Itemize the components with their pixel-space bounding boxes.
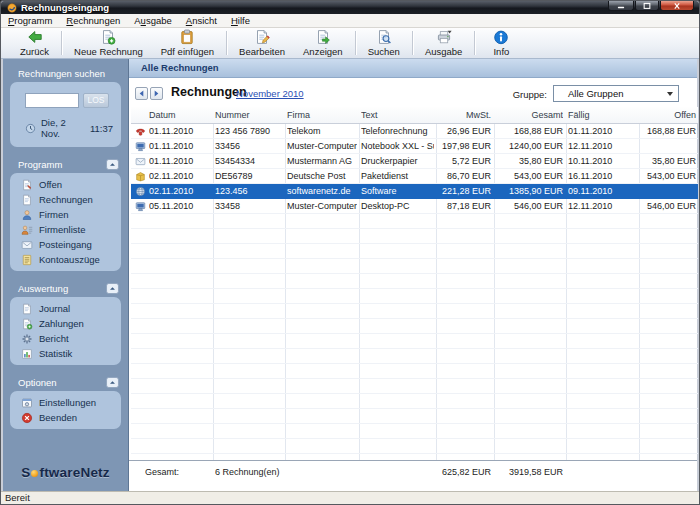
cell-gesamt: 546,00 EUR xyxy=(493,199,563,214)
logo-dot-icon xyxy=(31,470,38,477)
sidebar-item-label: Beenden xyxy=(39,412,77,423)
sidebar-item-label: Statistik xyxy=(39,348,72,359)
search-go-button[interactable]: LOS xyxy=(83,93,109,108)
column-header-text[interactable]: Text xyxy=(361,107,434,122)
empty-row xyxy=(131,259,698,274)
cell-firma: Muster-Computer xyxy=(287,139,357,154)
sidebar-item-firmenliste[interactable]: Firmenliste xyxy=(10,222,121,237)
column-header-mwst[interactable]: MwSt. xyxy=(425,107,491,122)
menu-item-hilfe[interactable]: Hilfe xyxy=(224,14,257,28)
document-icon xyxy=(21,303,33,315)
empty-row xyxy=(131,319,698,334)
column-header-offen[interactable]: Offen xyxy=(628,107,696,122)
sidebar-item-label: Bericht xyxy=(39,333,69,344)
toolbar-button-suchen[interactable]: Suchen xyxy=(359,28,409,58)
datetime-display: Die, 2 Nov. 11:37 xyxy=(25,117,113,139)
cell-faellig: 09.11.2010 xyxy=(568,184,630,199)
table-row[interactable]: 01.11.201053454334Mustermann AGDruckerpa… xyxy=(131,154,698,169)
menu-item-programm[interactable]: Programm xyxy=(1,14,59,28)
maximize-button[interactable] xyxy=(635,1,659,11)
collapse-section-button[interactable] xyxy=(106,283,119,294)
period-link[interactable]: November 2010 xyxy=(236,88,304,99)
computer-icon xyxy=(135,201,148,212)
table-row[interactable]: 01.11.2010123 456 7890TelekomTelefonrech… xyxy=(131,124,698,139)
titlebar: Rechnungseingang xyxy=(1,1,699,14)
window-controls xyxy=(608,1,694,11)
sidebar-item-label: Einstellungen xyxy=(39,397,96,408)
main-area: Alle Rechnungen Rechnungen November 2010… xyxy=(129,59,697,491)
toolbar-button-ausgabe[interactable]: Ausgabe xyxy=(416,28,472,58)
empty-row xyxy=(131,214,698,229)
sidebar-item-einstellungen[interactable]: Einstellungen xyxy=(10,395,121,410)
toolbar-button-anzeigen[interactable]: Anzeigen xyxy=(294,28,352,58)
search-panel: LOS Die, 2 Nov. 11:37 xyxy=(10,82,121,147)
cell-nummer: 33456 xyxy=(215,139,283,154)
minimize-button[interactable] xyxy=(608,1,634,11)
search-section-title: Rechnungen suchen xyxy=(18,68,119,79)
empty-row xyxy=(131,289,698,304)
sidebar-item-zahlungen[interactable]: Zahlungen xyxy=(10,316,121,331)
menu-item-rechnungen[interactable]: Rechnungen xyxy=(59,14,127,28)
empty-row xyxy=(131,394,698,409)
cell-offen xyxy=(628,139,696,154)
next-period-button[interactable] xyxy=(150,87,163,100)
summary-gesamt-total: 3919,58 EUR xyxy=(493,463,563,478)
cell-gesamt: 543,00 EUR xyxy=(493,169,563,184)
close-button[interactable] xyxy=(660,1,694,11)
menu-item-ansicht[interactable]: Ansicht xyxy=(179,14,224,28)
sidebar-item-kontoauszuge[interactable]: Kontoauszüge xyxy=(10,252,121,267)
column-header-gesamt[interactable]: Gesamt xyxy=(493,107,563,122)
toolbar-button-neue-rechnung[interactable]: Neue Rechnung xyxy=(65,28,152,58)
cell-nummer: 53454334 xyxy=(215,154,283,169)
new-document-icon xyxy=(100,29,116,45)
sidebar-item-offen[interactable]: Offen xyxy=(10,177,121,192)
toolbar-button-bearbeiten[interactable]: Bearbeiten xyxy=(230,28,294,58)
empty-row xyxy=(131,229,698,244)
printer-icon xyxy=(436,29,452,45)
cell-faellig: 10.11.2010 xyxy=(568,154,630,169)
toolbar-button-zuruck[interactable]: Zurück xyxy=(11,28,58,58)
toolbar-button-info[interactable]: Info xyxy=(478,28,524,58)
table-row[interactable]: 01.11.201033456Muster-ComputerNotebook X… xyxy=(131,139,698,154)
search-input[interactable] xyxy=(25,93,79,108)
collapse-section-button[interactable] xyxy=(106,159,119,170)
sidebar-item-statistik[interactable]: Statistik xyxy=(10,346,121,361)
column-header-firma[interactable]: Firma xyxy=(287,107,357,122)
sidebar-item-label: Firmenliste xyxy=(39,224,85,235)
sidebar-item-beenden[interactable]: Beenden xyxy=(10,410,121,425)
sidebar-item-label: Rechnungen xyxy=(39,194,93,205)
sidebar-item-bericht[interactable]: Bericht xyxy=(10,331,121,346)
menu-item-ausgabe[interactable]: Ausgabe xyxy=(127,14,179,28)
table-header: DatumNummerFirmaTextMwSt.GesamtFälligOff… xyxy=(131,107,698,124)
sidebar-panel: JournalZahlungenBerichtStatistik xyxy=(10,297,121,365)
table-row[interactable]: 02.11.2010DE56789Deutsche PostPaketdiens… xyxy=(131,169,698,184)
section-header-auswertung: Auswertung xyxy=(18,283,119,294)
collapse-section-button[interactable] xyxy=(106,377,119,388)
sidebar-item-posteingang[interactable]: Posteingang xyxy=(10,237,121,252)
column-header-faellig[interactable]: Fällig xyxy=(568,107,630,122)
table-row[interactable]: 02.11.2010123.456softwarenetz.deSoftware… xyxy=(131,184,698,199)
sidebar-item-firmen[interactable]: Firmen xyxy=(10,207,121,222)
quit-icon xyxy=(21,412,33,424)
toolbar-button-label: Anzeigen xyxy=(303,46,343,57)
sidebar-item-journal[interactable]: Journal xyxy=(10,301,121,316)
empty-row xyxy=(131,439,698,454)
toolbar-button-label: Ausgabe xyxy=(425,46,463,57)
group-select[interactable]: Alle Gruppen xyxy=(553,85,679,102)
back-arrow-icon xyxy=(27,29,43,45)
date-text: Die, 2 Nov. xyxy=(41,117,81,139)
prev-period-button[interactable] xyxy=(135,87,148,100)
time-text: 11:37 xyxy=(90,123,113,134)
bar-chart-icon xyxy=(21,348,33,360)
sidebar-item-label: Posteingang xyxy=(39,239,92,250)
empty-row xyxy=(131,349,698,364)
sidebar-item-rechnungen[interactable]: Rechnungen xyxy=(10,192,121,207)
column-header-datum[interactable]: Datum xyxy=(149,107,213,122)
table-row[interactable]: 05.11.201033458Muster-ComputerDesktop-PC… xyxy=(131,199,698,214)
toolbar-button-pdf-einfugen[interactable]: Pdf einfügen xyxy=(152,28,223,58)
cell-offen: 35,80 EUR xyxy=(628,154,696,169)
column-header-nummer[interactable]: Nummer xyxy=(215,107,283,122)
logo-text-start: S xyxy=(21,465,30,480)
cell-offen: 168,88 EUR xyxy=(628,124,696,139)
bank-notes-icon xyxy=(21,254,33,266)
